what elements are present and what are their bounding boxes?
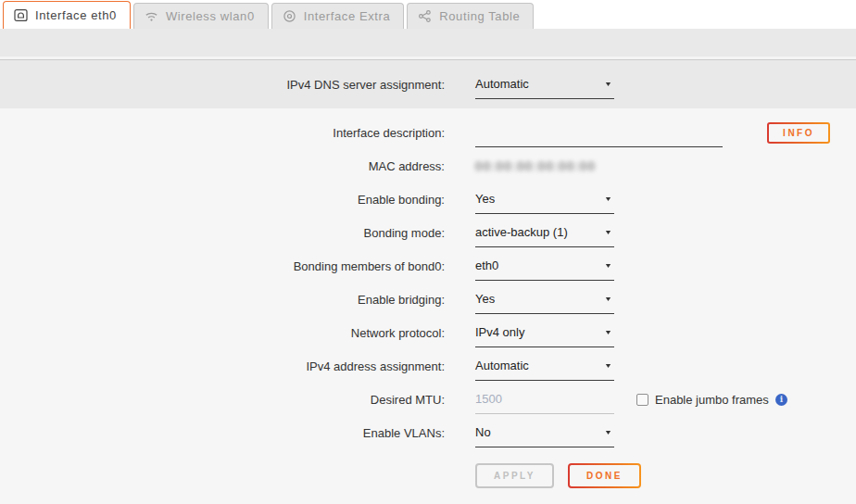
enable-jumbo-frames-label: Enable jumbo frames (655, 393, 769, 407)
bonding-mode-select[interactable]: active-backup (1) ▼ (475, 218, 614, 247)
mac-address-value-redacted: 00:00:00:00:00:00 (475, 159, 596, 173)
enable-jumbo-frames-checkbox[interactable] (636, 394, 648, 406)
desired-mtu-input (475, 384, 614, 414)
chevron-down-icon: ▼ (604, 262, 612, 269)
tab-bar: Interface eth0 Wireless wlan0 Interface … (0, 0, 856, 29)
ipv4-assignment-row: IPv4 address assignment: Automatic ▼ (0, 349, 856, 383)
enable-bridging-row: Enable bridging: Yes ▼ (0, 283, 856, 316)
ipv4-assignment-label: IPv4 address assignment: (0, 359, 445, 373)
select-value: Automatic (475, 77, 529, 91)
enable-bonding-select[interactable]: Yes ▼ (475, 184, 614, 214)
chevron-down-icon: ▼ (604, 362, 612, 369)
enable-bonding-label: Enable bonding: (0, 193, 445, 207)
enable-bonding-row: Enable bonding: Yes ▼ (0, 183, 856, 216)
tab-interface-eth0[interactable]: Interface eth0 (3, 1, 131, 29)
dns-assignment-section: IPv4 DNS server assignment: Automatic ▼ (0, 60, 856, 108)
chevron-down-icon: ▼ (604, 229, 612, 235)
enable-vlans-row: Enable VLANs: No ▼ (0, 416, 856, 449)
tab-routing-table[interactable]: Routing Table (407, 3, 534, 29)
bonding-mode-row: Bonding mode: active-backup (1) ▼ (0, 216, 856, 249)
ethernet-interface-icon (14, 8, 28, 22)
desired-mtu-label: Desired MTU: (0, 393, 445, 407)
network-protocol-row: Network protocol: IPv4 only ▼ (0, 316, 856, 349)
bonding-members-label: Bonding members of bond0: (0, 259, 445, 273)
chevron-down-icon: ▼ (604, 195, 612, 202)
enable-bridging-label: Enable bridging: (0, 293, 445, 307)
select-value: eth0 (475, 258, 498, 272)
select-value: Yes (475, 192, 495, 206)
jumbo-frames-group: Enable jumbo frames i (636, 393, 787, 407)
enable-vlans-select[interactable]: No ▼ (475, 418, 614, 447)
ipv4-assignment-select[interactable]: Automatic ▼ (475, 351, 614, 381)
empty-section-band (0, 29, 856, 57)
info-button[interactable]: INFO (767, 122, 830, 144)
select-value: Yes (475, 292, 495, 306)
info-icon[interactable]: i (775, 394, 787, 406)
network-protocol-select[interactable]: IPv4 only ▼ (475, 318, 614, 347)
tab-label: Wireless wlan0 (166, 9, 255, 23)
dns-assignment-select[interactable]: Automatic ▼ (475, 69, 614, 99)
enable-bridging-select[interactable]: Yes ▼ (475, 284, 614, 314)
route-nodes-icon (418, 9, 432, 23)
interface-description-input[interactable] (475, 118, 723, 147)
dns-assignment-label: IPv4 DNS server assignment: (0, 78, 445, 92)
action-buttons-row: APPLY DONE (0, 459, 856, 492)
chevron-down-icon: ▼ (604, 296, 612, 302)
network-protocol-label: Network protocol: (0, 326, 445, 340)
tab-wireless-wlan0[interactable]: Wireless wlan0 (133, 3, 269, 29)
select-value: Automatic (475, 359, 529, 372)
select-value: active-backup (1) (475, 225, 568, 239)
select-value: No (475, 425, 491, 439)
bonding-members-row: Bonding members of bond0: eth0 ▼ (0, 249, 856, 283)
bonding-mode-label: Bonding mode: (0, 226, 445, 240)
target-icon (283, 9, 296, 23)
interface-form: Interface description: INFO MAC address:… (0, 108, 856, 504)
chevron-down-icon: ▼ (604, 429, 612, 435)
chevron-down-icon: ▼ (604, 329, 612, 335)
chevron-down-icon: ▼ (604, 81, 612, 87)
tab-label: Routing Table (439, 9, 520, 23)
mac-address-label: MAC address: (0, 159, 445, 173)
interface-description-label: Interface description: (0, 126, 445, 140)
tab-label: Interface Extra (304, 9, 391, 23)
done-button[interactable]: DONE (568, 463, 641, 488)
tab-label: Interface eth0 (35, 8, 117, 22)
desired-mtu-row: Desired MTU: Enable jumbo frames i (0, 383, 856, 416)
tab-interface-extra[interactable]: Interface Extra (271, 3, 405, 29)
interface-settings-page: Interface eth0 Wireless wlan0 Interface … (0, 0, 856, 504)
enable-vlans-label: Enable VLANs: (0, 426, 445, 440)
select-value: IPv4 only (475, 325, 524, 339)
apply-button[interactable]: APPLY (475, 463, 554, 488)
interface-description-row: Interface description: INFO (0, 116, 856, 149)
mac-address-row: MAC address: 00:00:00:00:00:00 (0, 149, 856, 183)
bonding-members-select[interactable]: eth0 ▼ (475, 251, 614, 281)
wifi-icon (145, 9, 158, 23)
